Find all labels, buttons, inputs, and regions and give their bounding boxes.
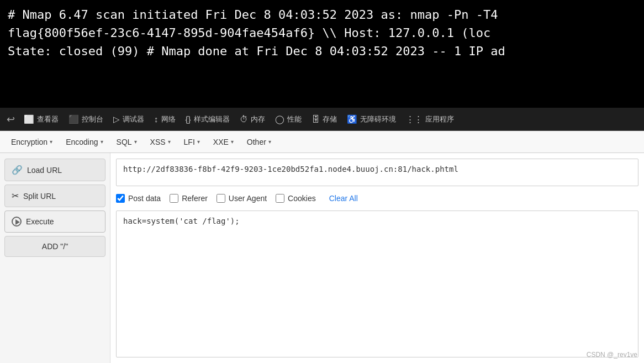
encryption-label: Encryption [11, 138, 47, 146]
post-data-checkbox[interactable] [116, 194, 125, 203]
menu-xss[interactable]: XSS ▾ [145, 135, 176, 149]
execute-label: Execute [26, 217, 54, 226]
accessibility-label: 无障碍环境 [360, 114, 396, 124]
xss-arrow-icon: ▾ [168, 139, 171, 145]
lfi-arrow-icon: ▾ [197, 139, 200, 145]
clear-all-button[interactable]: Clear All [329, 194, 358, 203]
sidebar: 🔗 Load URL ✂ Split URL Execute ADD "/" [0, 153, 110, 363]
network-icon: ↕ [154, 114, 159, 124]
load-url-label: Load URL [27, 166, 62, 175]
cookies-checkbox-item[interactable]: Cookies [276, 194, 316, 203]
devtools-style-editor[interactable]: {} 样式编辑器 [181, 112, 234, 127]
devtools-back-icon[interactable]: ↩ [3, 111, 18, 128]
referer-checkbox-item[interactable]: Referer [170, 194, 208, 203]
menubar: Encryption ▾ Encoding ▾ SQL ▾ XSS ▾ LFI … [0, 131, 644, 153]
nmap-line3: State: closed (99) # Nmap done at Fri De… [8, 42, 636, 60]
performance-label: 性能 [287, 114, 302, 124]
storage-icon: 🗄 [312, 114, 320, 124]
execute-button[interactable]: Execute [4, 211, 105, 233]
encoding-arrow-icon: ▾ [101, 139, 103, 145]
cookies-checkbox[interactable] [276, 194, 284, 203]
other-arrow-icon: ▾ [268, 139, 271, 145]
split-url-icon: ✂ [12, 191, 19, 201]
devtools-performance[interactable]: ◯ 性能 [271, 112, 306, 127]
devtools-memory[interactable]: ⏱ 内存 [235, 112, 270, 127]
checkbox-row: Post data Referer User Agent Cookies Cle… [116, 191, 638, 206]
xxe-label: XXE [213, 138, 229, 146]
devtools-debugger[interactable]: ▷ 调试器 [109, 112, 149, 127]
inspector-label: 查看器 [37, 114, 59, 124]
referer-label: Referer [182, 194, 208, 203]
style-editor-label: 样式编辑器 [194, 114, 230, 124]
debugger-label: 调试器 [123, 114, 144, 124]
right-panel: http://2df83836-f8bf-42f9-9203-1ce20bd52… [110, 153, 644, 363]
debugger-icon: ▷ [113, 114, 120, 124]
add-slash-button[interactable]: ADD "/" [4, 236, 105, 257]
style-editor-icon: {} [186, 114, 191, 124]
post-data-checkbox-item[interactable]: Post data [116, 194, 161, 203]
watermark: CSDN @_rev1ve [587, 351, 637, 359]
load-url-icon: 🔗 [12, 165, 23, 175]
memory-label: 内存 [251, 114, 265, 124]
url-display[interactable]: http://2df83836-f8bf-42f9-9203-1ce20bd52… [116, 159, 638, 186]
console-label: 控制台 [82, 114, 103, 124]
devtools-network[interactable]: ↕ 网络 [150, 112, 180, 127]
load-url-button[interactable]: 🔗 Load URL [4, 159, 105, 181]
devtools-storage[interactable]: 🗄 存储 [307, 112, 341, 127]
user-agent-label: User Agent [229, 194, 267, 203]
menu-xxe[interactable]: XXE ▾ [208, 135, 239, 149]
network-label: 网络 [161, 114, 176, 124]
main-content: 🔗 Load URL ✂ Split URL Execute ADD "/" h… [0, 153, 644, 363]
console-icon: ⬛ [68, 114, 79, 124]
application-label: 应用程序 [425, 114, 454, 124]
execute-play-icon [12, 217, 22, 227]
devtools-console[interactable]: ⬛ 控制台 [64, 112, 108, 127]
menu-other[interactable]: Other ▾ [241, 135, 277, 149]
split-url-label: Split URL [23, 192, 56, 201]
split-url-button[interactable]: ✂ Split URL [4, 185, 105, 207]
devtools-toolbar: ↩ ⬜ 查看器 ⬛ 控制台 ▷ 调试器 ↕ 网络 {} 样式编辑器 ⏱ 内存 ◯… [0, 108, 644, 131]
menu-encoding[interactable]: Encoding ▾ [60, 135, 108, 149]
inspector-icon: ⬜ [24, 114, 34, 124]
other-label: Other [247, 138, 266, 146]
devtools-application[interactable]: ⋮⋮ 应用程序 [402, 112, 458, 127]
post-data-input[interactable]: hack=system('cat /flag'); [116, 211, 638, 357]
application-icon: ⋮⋮ [406, 114, 423, 124]
devtools-accessibility[interactable]: ♿ 无障碍环境 [342, 112, 400, 127]
encoding-label: Encoding [66, 138, 98, 146]
devtools-inspector[interactable]: ⬜ 查看器 [19, 112, 63, 127]
memory-icon: ⏱ [240, 114, 248, 124]
cookies-label: Cookies [288, 194, 316, 203]
menu-encryption[interactable]: Encryption ▾ [6, 135, 58, 149]
performance-icon: ◯ [275, 114, 284, 124]
xss-label: XSS [150, 138, 166, 146]
user-agent-checkbox-item[interactable]: User Agent [217, 194, 267, 203]
nmap-output: # Nmap 6.47 scan initiated Fri Dec 8 04:… [0, 0, 644, 108]
menu-sql[interactable]: SQL ▾ [111, 135, 142, 149]
accessibility-icon: ♿ [347, 114, 357, 124]
encryption-arrow-icon: ▾ [50, 139, 52, 145]
menu-lfi[interactable]: LFI ▾ [178, 135, 205, 149]
post-data-label: Post data [128, 194, 161, 203]
lfi-label: LFI [184, 138, 195, 146]
nmap-line1: # Nmap 6.47 scan initiated Fri Dec 8 04:… [8, 6, 636, 24]
xxe-arrow-icon: ▾ [231, 139, 234, 145]
referer-checkbox[interactable] [170, 194, 178, 203]
sql-label: SQL [117, 138, 132, 146]
nmap-line2: flag{800f56ef-23c6-4147-895d-904fae454af… [8, 24, 636, 42]
storage-label: 存储 [323, 114, 337, 124]
add-slash-label: ADD "/" [42, 242, 68, 251]
user-agent-checkbox[interactable] [217, 194, 225, 203]
sql-arrow-icon: ▾ [134, 139, 137, 145]
